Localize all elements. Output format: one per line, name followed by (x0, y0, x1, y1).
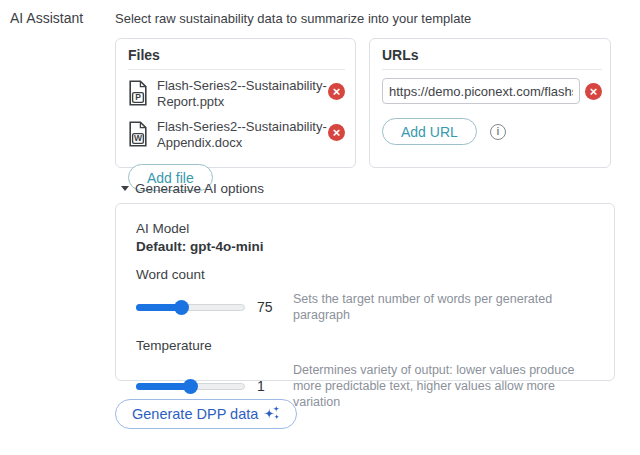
temperature-value: 1 (257, 378, 277, 394)
files-panel-divider (128, 69, 345, 70)
file-row: P Flash-Series2--Sustainability-Report.p… (128, 78, 345, 111)
file-name: Flash-Series2--Sustainability-Appendix.d… (157, 119, 327, 151)
url-input[interactable] (382, 78, 580, 104)
sparkles-icon (264, 404, 280, 424)
temperature-label: Temperature (136, 338, 594, 353)
urls-panel-divider (382, 69, 602, 70)
generate-dpp-label: Generate DPP data (132, 406, 258, 422)
word-count-value: 75 (257, 299, 277, 315)
options-panel: AI Model Default: gpt-4o-mini Word count… (115, 203, 615, 381)
word-count-slider[interactable] (136, 300, 245, 315)
ai-assistant-section: AI Assistant Select raw sustainability d… (0, 0, 640, 455)
docx-file-icon: W (128, 121, 148, 152)
word-count-slider-thumb[interactable] (174, 300, 189, 315)
urls-panel: URLs × Add URL i (369, 38, 611, 168)
word-count-label: Word count (136, 267, 594, 282)
ai-model-value: Default: gpt-4o-mini (136, 239, 594, 254)
ai-model-label: AI Model (136, 221, 594, 236)
urls-panel-title: URLs (382, 47, 602, 69)
delete-file-icon[interactable]: × (328, 124, 345, 141)
file-type-letter: W (134, 133, 143, 143)
temperature-description: Determines variety of output: lower valu… (293, 362, 594, 410)
file-row: W Flash-Series2--Sustainability-Appendix… (128, 119, 345, 152)
temperature-slider-thumb[interactable] (183, 379, 198, 394)
word-count-row: 75 Sets the target number of words per g… (136, 291, 594, 323)
delete-url-icon[interactable]: × (585, 83, 602, 100)
url-actions: Add URL i (382, 118, 602, 145)
section-subtitle: Select raw sustainability data to summar… (115, 11, 471, 26)
file-type-letter: P (135, 92, 141, 102)
add-url-button[interactable]: Add URL (382, 118, 477, 145)
pptx-file-icon: P (128, 80, 148, 111)
generate-dpp-button[interactable]: Generate DPP data (115, 399, 297, 429)
caret-down-icon (121, 186, 129, 191)
temperature-slider[interactable] (136, 379, 245, 394)
info-icon[interactable]: i (490, 124, 506, 140)
section-label: AI Assistant (10, 10, 83, 26)
generative-ai-options-toggle[interactable]: Generative AI options (121, 181, 264, 196)
delete-file-icon[interactable]: × (328, 83, 345, 100)
files-panel: Files P Flash-Series2--Sustainability-Re… (115, 38, 356, 168)
word-count-description: Sets the target number of words per gene… (293, 291, 594, 323)
options-toggle-label: Generative AI options (135, 181, 264, 196)
files-panel-title: Files (128, 47, 345, 69)
url-row: × (382, 78, 602, 104)
file-name: Flash-Series2--Sustainability-Report.ppt… (157, 78, 327, 110)
